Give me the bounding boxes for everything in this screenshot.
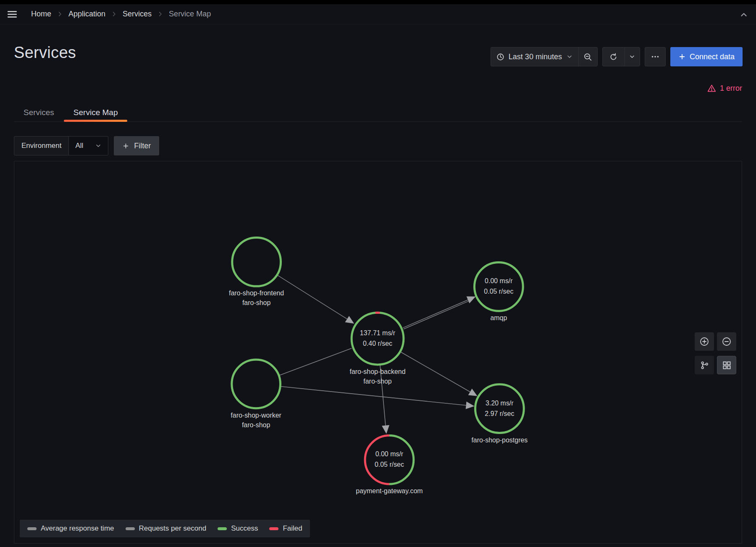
environment-value: All	[75, 142, 83, 150]
node-faro-shop-postgres[interactable]: 3.20 ms/r 2.97 r/sec faro-shop-postgres	[471, 384, 528, 444]
time-picker-label: Last 30 minutes	[509, 53, 562, 61]
node-rate: 0.40 r/sec	[363, 340, 392, 347]
edge-worker-backend	[279, 348, 352, 376]
map-legend: Average response time Requests per secon…	[20, 520, 310, 537]
tab-service-map[interactable]: Service Map	[64, 103, 128, 121]
edge-backend-amqp-1	[403, 300, 468, 328]
breadcrumb-service-map: Service Map	[169, 10, 211, 18]
node-namespace: faro-shop	[242, 421, 270, 429]
environment-label: Environment	[14, 136, 69, 155]
tab-services[interactable]: Services	[14, 103, 64, 121]
edge-frontend-backend	[277, 275, 347, 319]
failed-segment	[365, 436, 389, 484]
breadcrumb-application[interactable]: Application	[68, 10, 105, 18]
node-avg-response: 137.71 ms/r	[360, 329, 396, 337]
add-filter-button[interactable]: Filter	[114, 136, 159, 155]
error-badge-label: 1 error	[720, 84, 742, 93]
map-zoom-out-button[interactable]	[717, 332, 736, 351]
connect-data-label: Connect data	[690, 53, 735, 61]
time-picker-button[interactable]: Last 30 minutes	[491, 47, 578, 66]
node-rate: 0.05 r/sec	[375, 461, 404, 468]
collapse-button[interactable]	[739, 10, 748, 21]
chevron-right-icon	[111, 11, 117, 17]
hamburger-icon	[7, 9, 18, 20]
refresh-dropdown-button[interactable]	[625, 47, 640, 66]
node-avg-response: 0.00 ms/r	[485, 277, 513, 284]
node-namespace: faro-shop	[242, 299, 271, 306]
tabs: Services Service Map	[14, 103, 742, 122]
legend-swatch	[27, 527, 37, 530]
refresh-icon	[609, 53, 618, 61]
service-map-canvas[interactable]: faro-shop-frontend faro-shop 137.71 ms/r…	[14, 161, 742, 543]
node-payment-gateway[interactable]: 0.00 ms/r 0.05 r/sec payment-gateway.com	[356, 436, 423, 495]
service-map-panel: faro-shop-frontend faro-shop 137.71 ms/r…	[14, 161, 742, 544]
node-amqp[interactable]: 0.00 ms/r 0.05 r/sec amqp	[474, 262, 523, 321]
node-label: payment-gateway.com	[356, 487, 423, 494]
breadcrumb-home[interactable]: Home	[31, 10, 51, 18]
chevron-down-icon	[629, 53, 635, 60]
legend-label: Average response time	[41, 524, 114, 533]
grid-squares-icon	[722, 360, 732, 370]
arrowhead	[466, 402, 475, 409]
environment-select[interactable]: All	[68, 136, 108, 155]
connect-data-button[interactable]: Connect data	[670, 47, 743, 66]
node-label: faro-shop-backend	[349, 368, 405, 375]
more-options-button[interactable]	[645, 47, 666, 66]
error-badge[interactable]: 1 error	[707, 84, 742, 93]
time-zoom-out-button[interactable]	[578, 47, 597, 66]
circle-plus-icon	[699, 337, 709, 347]
legend-item-requests: Requests per second	[126, 524, 207, 533]
legend-item-avg-response: Average response time	[27, 524, 114, 533]
legend-item-failed: Failed	[269, 524, 302, 533]
plus-icon	[678, 53, 686, 60]
breadcrumb: Home Application Services Service Map	[31, 10, 211, 18]
chevron-down-icon	[566, 53, 573, 60]
window-top-strip	[0, 0, 756, 4]
legend-label: Failed	[283, 524, 302, 533]
node-avg-response: 0.00 ms/r	[375, 450, 404, 458]
ellipsis-icon	[651, 52, 660, 61]
arrowhead	[345, 316, 354, 323]
node-label: faro-shop-frontend	[229, 289, 284, 297]
legend-swatch	[218, 527, 227, 530]
legend-label: Success	[231, 524, 258, 533]
node-faro-shop-frontend[interactable]: faro-shop-frontend faro-shop	[229, 238, 284, 307]
node-namespace: faro-shop	[363, 378, 392, 385]
node-label: faro-shop-postgres	[471, 437, 528, 444]
node-avg-response: 3.20 ms/r	[486, 400, 514, 407]
environment-filter: Environment All	[14, 136, 108, 155]
edge-backend-amqp-2	[404, 301, 469, 329]
legend-swatch	[126, 527, 135, 530]
edges	[277, 275, 478, 434]
magnifier-minus-icon	[583, 53, 592, 61]
node-rate: 2.97 r/sec	[485, 410, 514, 417]
filter-bar: Environment All Filter	[14, 136, 159, 155]
arrowhead	[382, 425, 389, 434]
grafana-services-page: Home Application Services Service Map Se…	[0, 0, 756, 547]
clock-icon	[496, 53, 504, 61]
git-branch-icon	[700, 360, 709, 370]
refresh-button[interactable]	[603, 47, 625, 66]
graph-layout-button[interactable]	[695, 356, 714, 374]
node-label: amqp	[490, 314, 507, 321]
node-faro-shop-backend[interactable]: 137.71 ms/r 0.40 r/sec faro-shop-backend…	[349, 313, 405, 385]
chevron-right-icon	[157, 11, 163, 17]
node-rate: 0.05 r/sec	[484, 288, 513, 295]
arrowhead	[468, 389, 478, 396]
node-label: faro-shop-worker	[231, 412, 281, 419]
add-filter-label: Filter	[134, 142, 151, 150]
menu-button[interactable]	[7, 7, 24, 22]
grid-layout-button[interactable]	[717, 356, 736, 374]
edge-backend-postgres	[401, 352, 470, 392]
breadcrumb-services[interactable]: Services	[123, 10, 152, 18]
node-faro-shop-worker[interactable]: faro-shop-worker faro-shop	[231, 360, 281, 429]
legend-item-success: Success	[218, 524, 258, 533]
header-toolbar: Last 30 minutes Connect data	[491, 47, 743, 66]
map-zoom-in-button[interactable]	[695, 332, 714, 351]
warning-triangle-icon	[707, 84, 716, 93]
chevron-down-icon	[95, 142, 102, 149]
map-controls	[695, 332, 736, 374]
breadcrumb-bar: Home Application Services Service Map	[0, 4, 756, 24]
refresh-group	[602, 47, 640, 66]
legend-label: Requests per second	[139, 524, 207, 533]
